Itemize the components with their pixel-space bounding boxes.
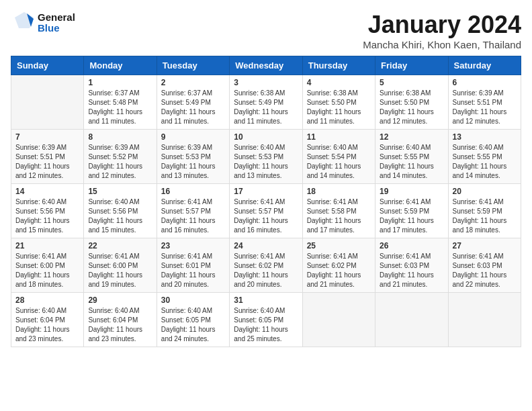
calendar-day-cell: 26Sunrise: 6:41 AMSunset: 6:03 PMDayligh… — [375, 238, 448, 293]
day-number: 9 — [161, 132, 225, 142]
day-info: Sunrise: 6:40 AMSunset: 5:55 PMDaylight:… — [453, 143, 517, 181]
day-info: Sunrise: 6:40 AMSunset: 6:05 PMDaylight:… — [234, 306, 298, 344]
calendar-day-cell: 18Sunrise: 6:41 AMSunset: 5:58 PMDayligh… — [302, 184, 375, 238]
day-info: Sunrise: 6:40 AMSunset: 5:56 PMDaylight:… — [15, 197, 79, 235]
day-number: 26 — [380, 241, 443, 250]
day-info: Sunrise: 6:41 AMSunset: 6:02 PMDaylight:… — [307, 252, 371, 289]
calendar-day-cell: 9Sunrise: 6:39 AMSunset: 5:53 PMDaylight… — [157, 130, 229, 184]
day-info: Sunrise: 6:39 AMSunset: 5:51 PMDaylight:… — [15, 143, 79, 181]
day-info: Sunrise: 6:40 AMSunset: 6:04 PMDaylight:… — [15, 306, 79, 344]
calendar-day-cell: 10Sunrise: 6:40 AMSunset: 5:53 PMDayligh… — [230, 130, 302, 184]
logo-graphic: General Blue — [11, 11, 75, 35]
day-number: 4 — [307, 78, 371, 87]
calendar-day-cell: 25Sunrise: 6:41 AMSunset: 6:02 PMDayligh… — [302, 238, 375, 293]
calendar-day-cell: 31Sunrise: 6:40 AMSunset: 6:05 PMDayligh… — [230, 293, 302, 347]
day-info: Sunrise: 6:37 AMSunset: 5:48 PMDaylight:… — [88, 89, 152, 126]
logo-shape — [11, 11, 35, 35]
calendar-week-row: 7Sunrise: 6:39 AMSunset: 5:51 PMDaylight… — [11, 130, 521, 184]
calendar-day-cell: 29Sunrise: 6:40 AMSunset: 6:04 PMDayligh… — [84, 293, 157, 347]
calendar-day-cell: 19Sunrise: 6:41 AMSunset: 5:59 PMDayligh… — [375, 184, 448, 238]
day-number: 30 — [161, 295, 225, 305]
day-info: Sunrise: 6:40 AMSunset: 5:53 PMDaylight:… — [234, 143, 298, 181]
day-number: 12 — [380, 132, 443, 142]
calendar-day-cell: 11Sunrise: 6:40 AMSunset: 5:54 PMDayligh… — [302, 130, 375, 184]
weekday-header: Sunday — [11, 56, 84, 75]
calendar-day-cell: 13Sunrise: 6:40 AMSunset: 5:55 PMDayligh… — [448, 130, 521, 184]
day-info: Sunrise: 6:37 AMSunset: 5:49 PMDaylight:… — [161, 89, 225, 126]
day-info: Sunrise: 6:41 AMSunset: 5:57 PMDaylight:… — [161, 197, 225, 235]
day-number: 23 — [161, 241, 225, 250]
day-info: Sunrise: 6:38 AMSunset: 5:50 PMDaylight:… — [307, 89, 371, 126]
calendar-day-cell: 6Sunrise: 6:39 AMSunset: 5:51 PMDaylight… — [448, 75, 521, 130]
day-number: 11 — [307, 132, 371, 142]
day-number: 19 — [380, 187, 443, 196]
day-number: 15 — [88, 187, 152, 196]
weekday-header: Wednesday — [230, 56, 302, 75]
day-number: 18 — [307, 187, 371, 196]
day-number: 14 — [15, 187, 79, 196]
day-info: Sunrise: 6:40 AMSunset: 5:56 PMDaylight:… — [88, 197, 152, 235]
day-info: Sunrise: 6:41 AMSunset: 6:03 PMDaylight:… — [380, 252, 443, 289]
day-number: 7 — [15, 132, 79, 142]
calendar-day-cell: 12Sunrise: 6:40 AMSunset: 5:55 PMDayligh… — [375, 130, 448, 184]
calendar-day-cell: 14Sunrise: 6:40 AMSunset: 5:56 PMDayligh… — [11, 184, 84, 238]
day-info: Sunrise: 6:40 AMSunset: 5:55 PMDaylight:… — [380, 143, 443, 181]
day-info: Sunrise: 6:41 AMSunset: 5:59 PMDaylight:… — [453, 197, 517, 235]
day-info: Sunrise: 6:39 AMSunset: 5:52 PMDaylight:… — [88, 143, 152, 181]
day-number: 2 — [161, 78, 225, 87]
day-info: Sunrise: 6:41 AMSunset: 6:03 PMDaylight:… — [453, 252, 517, 289]
calendar-day-cell: 1Sunrise: 6:37 AMSunset: 5:48 PMDaylight… — [84, 75, 157, 130]
calendar-day-cell: 7Sunrise: 6:39 AMSunset: 5:51 PMDaylight… — [11, 130, 84, 184]
calendar-day-cell: 20Sunrise: 6:41 AMSunset: 5:59 PMDayligh… — [448, 184, 521, 238]
calendar-day-cell: 5Sunrise: 6:38 AMSunset: 5:50 PMDaylight… — [375, 75, 448, 130]
logo-line2: Blue — [38, 23, 75, 34]
calendar-day-cell: 16Sunrise: 6:41 AMSunset: 5:57 PMDayligh… — [157, 184, 229, 238]
day-number: 20 — [453, 187, 517, 196]
calendar-day-cell: 8Sunrise: 6:39 AMSunset: 5:52 PMDaylight… — [84, 130, 157, 184]
title-area: January 2024 Mancha Khiri, Khon Kaen, Th… — [363, 11, 521, 50]
day-info: Sunrise: 6:41 AMSunset: 6:00 PMDaylight:… — [88, 252, 152, 289]
calendar-week-row: 28Sunrise: 6:40 AMSunset: 6:04 PMDayligh… — [11, 293, 521, 347]
day-number: 29 — [88, 295, 152, 305]
day-info: Sunrise: 6:38 AMSunset: 5:50 PMDaylight:… — [380, 89, 443, 126]
day-number: 6 — [453, 78, 517, 87]
calendar-day-cell: 17Sunrise: 6:41 AMSunset: 5:57 PMDayligh… — [230, 184, 302, 238]
calendar-day-cell: 21Sunrise: 6:41 AMSunset: 6:00 PMDayligh… — [11, 238, 84, 293]
day-info: Sunrise: 6:40 AMSunset: 6:05 PMDaylight:… — [161, 306, 225, 344]
day-number: 17 — [234, 187, 298, 196]
weekday-header: Saturday — [448, 56, 521, 75]
page-header: General Blue January 2024 Mancha Khiri, … — [11, 11, 521, 50]
calendar-day-cell: 23Sunrise: 6:41 AMSunset: 6:01 PMDayligh… — [157, 238, 229, 293]
day-number: 8 — [88, 132, 152, 142]
day-info: Sunrise: 6:38 AMSunset: 5:49 PMDaylight:… — [234, 89, 298, 126]
day-number: 25 — [307, 241, 371, 250]
calendar-day-cell: 15Sunrise: 6:40 AMSunset: 5:56 PMDayligh… — [84, 184, 157, 238]
day-info: Sunrise: 6:39 AMSunset: 5:53 PMDaylight:… — [161, 143, 225, 181]
day-info: Sunrise: 6:41 AMSunset: 5:57 PMDaylight:… — [234, 197, 298, 235]
day-number: 1 — [88, 78, 152, 87]
day-info: Sunrise: 6:40 AMSunset: 6:04 PMDaylight:… — [88, 306, 152, 344]
day-number: 5 — [380, 78, 443, 87]
day-number: 27 — [453, 241, 517, 250]
calendar-day-cell: 2Sunrise: 6:37 AMSunset: 5:49 PMDaylight… — [157, 75, 229, 130]
day-number: 28 — [15, 295, 79, 305]
calendar-day-cell: 4Sunrise: 6:38 AMSunset: 5:50 PMDaylight… — [302, 75, 375, 130]
day-number: 3 — [234, 78, 298, 87]
calendar-day-cell — [302, 293, 375, 347]
day-number: 13 — [453, 132, 517, 142]
logo-line1: General — [38, 12, 75, 24]
logo: General Blue — [11, 11, 75, 35]
calendar-week-row: 1Sunrise: 6:37 AMSunset: 5:48 PMDaylight… — [11, 75, 521, 130]
calendar-week-row: 21Sunrise: 6:41 AMSunset: 6:00 PMDayligh… — [11, 238, 521, 293]
weekday-header: Tuesday — [157, 56, 229, 75]
day-number: 10 — [234, 132, 298, 142]
calendar-day-cell — [448, 293, 521, 347]
day-number: 31 — [234, 295, 298, 305]
day-number: 16 — [161, 187, 225, 196]
calendar-table: SundayMondayTuesdayWednesdayThursdayFrid… — [11, 56, 521, 347]
page-title: January 2024 — [363, 11, 521, 39]
weekday-header: Friday — [375, 56, 448, 75]
day-number: 21 — [15, 241, 79, 250]
day-info: Sunrise: 6:41 AMSunset: 6:00 PMDaylight:… — [15, 252, 79, 289]
weekday-header: Thursday — [302, 56, 375, 75]
